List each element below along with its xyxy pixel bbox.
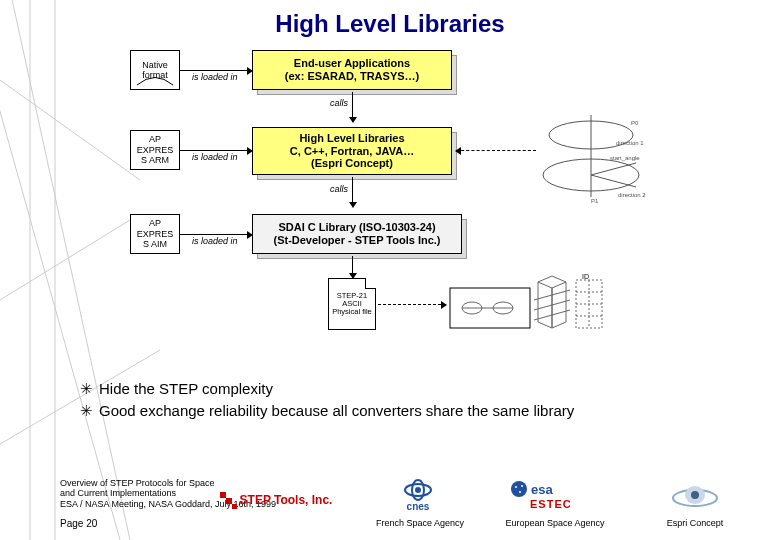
svg-line-5 [0,220,130,300]
espri-label: Espri Concept [650,518,740,528]
hll-box: High Level Libraries C, C++, Fortran, JA… [252,127,452,175]
loaded-label-3: is loaded in [192,236,238,246]
svg-line-1 [10,0,130,540]
svg-line-4 [0,80,140,180]
svg-line-11 [591,175,636,187]
ap-arm-l2: EXPRES [137,145,174,155]
arrow-sdai-to-step21 [352,256,353,278]
svg-rect-31 [226,498,232,504]
ap-aim-l2: EXPRES [137,229,174,239]
svg-text:start_angle: start_angle [610,155,640,161]
ap-aim-box: AP EXPRES S AIM [130,214,180,254]
euro-label: European Space Agency [490,518,620,528]
step21-l3: Physical file [329,308,375,316]
svg-rect-32 [232,504,237,509]
svg-text:direction 2: direction 2 [618,192,646,198]
svg-point-38 [521,485,523,487]
espri-logo [660,478,730,512]
svg-point-42 [691,491,699,499]
svg-point-35 [415,487,421,493]
sdai-l1: SDAI C Library (ISO-10303-24) [278,221,435,234]
bullet-2-text: Good exchange reliability because all co… [99,402,574,420]
steptools-name: STEP Tools, Inc. [240,493,333,507]
wireframe-models-icon: ID [448,270,608,340]
esa-logo: esa ESTEC [510,480,600,510]
calls-label-1: calls [330,98,348,108]
hll-l3: (Espri Concept) [311,157,393,170]
ap-arm-l3: S ARM [141,155,169,165]
hll-l2: C, C++, Fortran, JAVA… [290,145,414,158]
dashed-arrow-ellipses [456,150,536,151]
sdai-box: SDAI C Library (ISO-10303-24) (St-Develo… [252,214,462,254]
page-title: High Level Libraries [0,10,780,38]
bullet-list: ✳Hide the STEP complexity ✳Good exchange… [80,380,720,424]
bullet-icon: ✳ [80,402,93,420]
dashed-arrow-model [378,304,446,305]
loaded-label-1: is loaded in [192,72,238,82]
end-user-apps-l2: (ex: ESARAD, TRASYS…) [285,70,419,83]
calls-label-2: calls [330,184,348,194]
ap-aim-l1: AP [149,218,161,228]
ellipse-diagram-icon: P0 direction 1 start_angle direction 2 P… [536,105,646,205]
bullet-icon: ✳ [80,380,93,398]
bullet-1: ✳Hide the STEP complexity [80,380,720,398]
ap-arm-box: AP EXPRES S ARM [130,130,180,170]
arrow-app-to-hll [352,92,353,122]
arrow-hll-to-sdai [352,177,353,207]
bullet-2: ✳Good exchange reliability because all c… [80,402,720,420]
svg-text:P1: P1 [591,198,599,204]
step21-file-icon: STEP-21 ASCII Physical file [328,278,376,330]
end-user-apps-l1: End-user Applications [294,57,410,70]
bullet-1-text: Hide the STEP complexity [99,380,273,398]
arrow-arm-to-hll [180,150,252,151]
fsa-label: French Space Agency [370,518,470,528]
ap-aim-l3: S AIM [143,239,167,249]
svg-text:ID: ID [582,273,589,280]
svg-text:direction 1: direction 1 [616,140,644,146]
end-user-apps-box: End-user Applications (ex: ESARAD, TRASY… [252,50,452,90]
arrow-native-to-app [180,70,252,71]
svg-line-0 [0,40,120,540]
native-format-box: Native format [130,50,180,90]
svg-text:P0: P0 [631,120,639,126]
svg-point-37 [515,486,517,488]
cnes-name: cnes [407,501,430,512]
loaded-label-2: is loaded in [192,152,238,162]
arrow-aim-to-sdai [180,234,252,235]
sdai-l2: (St-Developer - STEP Tools Inc.) [273,234,440,247]
steptools-logo: STEP Tools, Inc. [210,488,340,512]
footer: Overview of STEP Protocols for Space and… [0,470,780,540]
hll-l1: High Level Libraries [299,132,404,145]
cnes-logo: cnes [388,478,448,512]
overview-l1: Overview of STEP Protocols for Space [60,478,276,488]
ap-arm-l1: AP [149,134,161,144]
architecture-diagram: Native format is loaded in End-user Appl… [130,50,690,370]
esa-name: esa [531,482,553,497]
estec-name: ESTEC [530,498,572,510]
svg-point-39 [519,491,521,493]
page-number: Page 20 [60,518,97,529]
svg-line-10 [591,163,636,175]
svg-rect-30 [220,492,226,498]
svg-point-36 [511,481,527,497]
